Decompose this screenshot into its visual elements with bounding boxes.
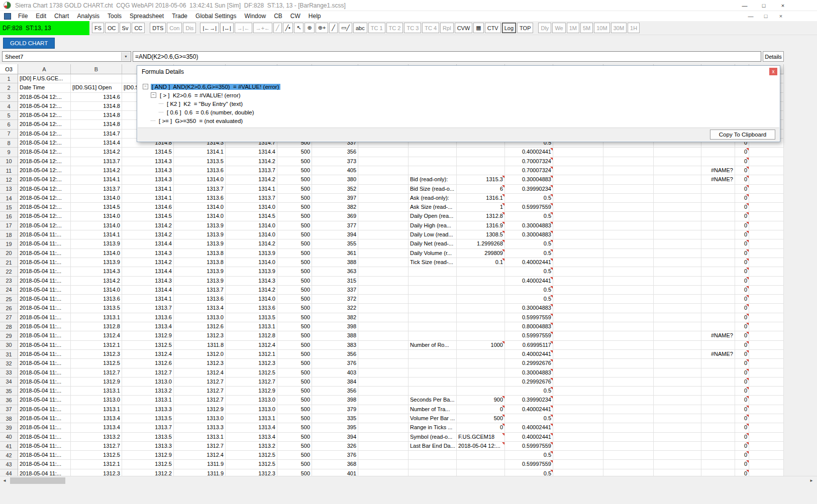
cell-A43[interactable]: 2018-05-04 11:... (18, 460, 71, 469)
cell-B9[interactable]: 1314.2 (71, 148, 122, 157)
cell-M32[interactable] (603, 359, 654, 368)
cell-F38[interactable]: 500 (277, 414, 312, 423)
cell-A9[interactable]: 2018-05-04 12:... (18, 148, 71, 157)
cell-O26[interactable] (701, 304, 735, 313)
cell-H24[interactable] (358, 286, 408, 295)
cell-L15[interactable] (553, 203, 603, 212)
cell-K32[interactable]: 0.29992676 (505, 359, 553, 368)
cell-L41[interactable] (553, 442, 603, 451)
row-header-8[interactable]: 8 (0, 139, 18, 148)
cell-B18[interactable]: 1314.1 (71, 230, 122, 239)
cell-G34[interactable]: 384 (312, 377, 358, 387)
cell-L10[interactable] (553, 157, 603, 166)
cell-J35[interactable] (457, 387, 505, 396)
cell-P39[interactable]: 0 (735, 423, 749, 432)
column-header-B[interactable]: B (71, 64, 122, 74)
cell-P11[interactable]: 0 (735, 166, 749, 175)
cell-H35[interactable] (358, 387, 408, 396)
cell-I23[interactable] (408, 277, 457, 286)
dialog-close-icon[interactable]: x (769, 68, 777, 75)
menu-cb[interactable]: CB (270, 11, 286, 21)
cell-L26[interactable] (553, 304, 603, 313)
cell-N42[interactable] (654, 451, 701, 460)
cell-B38[interactable]: 1313.4 (71, 414, 122, 423)
cell-Q22[interactable] (749, 267, 784, 276)
cell-L14[interactable] (553, 194, 603, 203)
cell-K41[interactable]: 0.59997559 (505, 442, 553, 451)
cell-Q16[interactable] (749, 212, 784, 221)
cell-F28[interactable]: 500 (277, 322, 312, 331)
cell-F29[interactable]: 500 (277, 331, 312, 340)
cell-E21[interactable]: 1314.0 (226, 258, 277, 267)
cell-N35[interactable] (654, 387, 701, 396)
cell-D35[interactable]: 1312.7 (174, 387, 226, 396)
cell-G18[interactable]: 394 (312, 230, 358, 239)
cell-H21[interactable] (358, 258, 408, 267)
cell-F20[interactable]: 500 (277, 249, 312, 258)
cell-L9[interactable] (553, 148, 603, 157)
cell-H32[interactable] (358, 359, 408, 368)
cell-C38[interactable]: 1313.5 (122, 414, 174, 423)
cell-B32[interactable]: 1312.5 (71, 359, 122, 368)
row-header-33[interactable]: 33 (0, 368, 18, 377)
cell-H31[interactable] (358, 350, 408, 359)
cell-F16[interactable]: 500 (277, 212, 312, 221)
cell-F10[interactable]: 500 (277, 157, 312, 166)
cell-E19[interactable]: 1314.2 (226, 239, 277, 248)
cell-L42[interactable] (553, 451, 603, 460)
cell-K42[interactable]: 0.5 (505, 451, 553, 460)
cell-F42[interactable]: 500 (277, 451, 312, 460)
cell-K26[interactable]: 0.30004883 (505, 304, 553, 313)
menu-cw[interactable]: CW (286, 11, 304, 21)
cell-G42[interactable]: 376 (312, 451, 358, 460)
row-header-32[interactable]: 32 (0, 359, 18, 368)
cell-F31[interactable]: 500 (277, 350, 312, 359)
cell-H16[interactable] (358, 212, 408, 221)
cell-C34[interactable]: 1313.0 (122, 377, 174, 387)
cell-C22[interactable]: 1314.4 (122, 267, 174, 276)
cell-K30[interactable]: 0.69995117 (505, 341, 553, 350)
toolbar-button-log[interactable]: Log (502, 23, 516, 33)
cell-J23[interactable] (457, 277, 505, 286)
cell-H15[interactable] (358, 203, 408, 212)
cell-M40[interactable] (603, 433, 654, 442)
formula-tree-item[interactable]: [ 0.6 ] 0.6 = 0.6 (number, double) (138, 108, 779, 116)
cell-O38[interactable] (701, 414, 735, 423)
cell-B31[interactable]: 1312.3 (71, 350, 122, 359)
cell-L38[interactable] (553, 414, 603, 423)
cell-D21[interactable]: 1313.8 (174, 258, 226, 267)
cell-F25[interactable]: 500 (277, 295, 312, 304)
bar-period-icon[interactable]: |←→| (200, 23, 219, 33)
cell-B24[interactable]: 1314.0 (71, 286, 122, 295)
tab-gold-chart[interactable]: GOLD CHART (3, 38, 55, 49)
cell-F37[interactable]: 500 (277, 405, 312, 414)
dropdown-arrow-icon[interactable]: ▼ (121, 52, 130, 61)
cell-H17[interactable] (358, 221, 408, 230)
row-header-1[interactable]: 1 (0, 74, 18, 83)
cell-P22[interactable]: 0 (735, 267, 749, 276)
cell-L13[interactable] (553, 185, 603, 194)
menu-file[interactable]: File (14, 11, 32, 21)
cell-I15[interactable]: Ask Size (read-... (408, 203, 457, 212)
cell-N25[interactable] (654, 295, 701, 304)
cell-Q20[interactable] (749, 249, 784, 258)
cell-M27[interactable] (603, 313, 654, 322)
cell-H44[interactable] (358, 469, 408, 476)
cell-I36[interactable]: Seconds Per Ba... (408, 396, 457, 405)
cell-B33[interactable]: 1312.7 (71, 368, 122, 377)
scroll-thumb[interactable] (10, 477, 65, 484)
cell-P25[interactable]: 0 (735, 295, 749, 304)
cell-A22[interactable]: 2018-05-04 11:... (18, 267, 71, 276)
cell-O41[interactable] (701, 442, 735, 451)
cell-A26[interactable]: 2018-05-04 11:... (18, 304, 71, 313)
cell-E16[interactable]: 1314.5 (226, 212, 277, 221)
cell-K24[interactable]: 0.5 (505, 286, 553, 295)
cell-K40[interactable]: 0.40002441 (505, 433, 553, 442)
cell-K20[interactable]: 0.5 (505, 249, 553, 258)
cell-N34[interactable] (654, 377, 701, 387)
cell-A42[interactable]: 2018-05-04 11:... (18, 451, 71, 460)
cell-M41[interactable] (603, 442, 654, 451)
cell-M33[interactable] (603, 368, 654, 377)
cell-H43[interactable] (358, 460, 408, 469)
cell-Q24[interactable] (749, 286, 784, 295)
